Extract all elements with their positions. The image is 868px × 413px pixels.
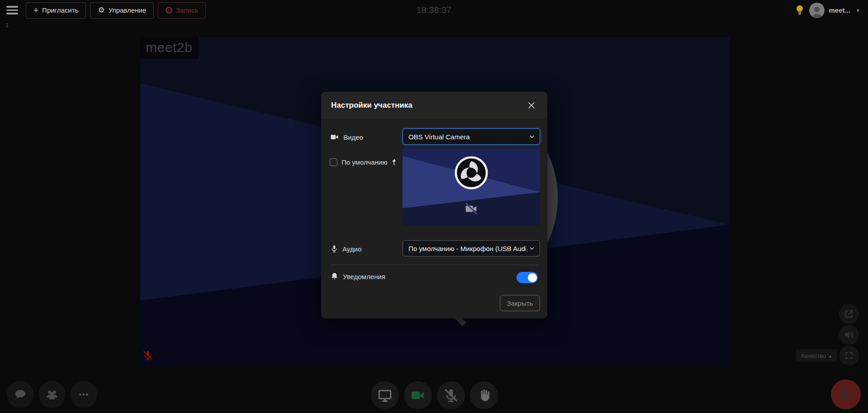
- video-camera-icon: [330, 133, 339, 142]
- default-device-label: По умолчанию: [342, 158, 387, 166]
- record-label: Запись: [176, 6, 198, 14]
- notifications-setting-label: Уведомления: [330, 272, 385, 281]
- close-dialog-button[interactable]: [526, 100, 537, 111]
- video-device-select[interactable]: OBS Virtual Camera: [403, 128, 540, 145]
- manage-label: Управление: [109, 6, 146, 14]
- gear-icon: ⚙: [98, 6, 104, 14]
- avatar[interactable]: [809, 3, 825, 18]
- user-name: meet...: [829, 6, 850, 14]
- chevron-down-icon: ▾: [854, 7, 862, 14]
- screen-share-icon: [377, 388, 393, 403]
- set-default-arrow-icon: [390, 158, 398, 166]
- tips-button[interactable]: [795, 4, 805, 17]
- divider: [330, 265, 538, 265]
- caret-up-icon: ▴: [829, 352, 832, 359]
- camera-on-icon: [410, 388, 426, 403]
- page-indicator: 1: [5, 22, 9, 28]
- chevron-down-icon: [528, 133, 536, 140]
- open-in-new-window-button[interactable]: [839, 304, 859, 324]
- ellipsis-icon: [77, 388, 90, 401]
- meeting-app: + Пригласить ⚙ Управление Запись 18:38:3…: [0, 0, 868, 413]
- main-menu-button[interactable]: [6, 4, 22, 17]
- participants-icon: [45, 387, 59, 402]
- participant-settings-dialog: Настройки участника Видео OBS Virtual Ca…: [321, 92, 547, 318]
- audio-setting-label: Аудио: [330, 244, 361, 253]
- user-menu-button[interactable]: ▾: [854, 4, 862, 17]
- record-button[interactable]: Запись: [158, 2, 206, 19]
- checkbox[interactable]: [330, 158, 337, 166]
- close-button[interactable]: Закрыть: [500, 295, 540, 311]
- raised-hand-icon: [477, 388, 491, 403]
- video-setting-label: Видео: [330, 133, 363, 142]
- plus-icon: +: [33, 6, 38, 14]
- speaker-volume-button[interactable]: [839, 325, 859, 345]
- chat-icon: [14, 388, 27, 401]
- dialog-title: Настройки участника: [331, 101, 413, 110]
- audio-device-value: По умолчанию - Микрофон (USB Audio Devic…: [408, 245, 526, 252]
- microphone-icon: [330, 244, 338, 253]
- invite-button[interactable]: + Пригласить: [26, 2, 86, 19]
- quality-label: Качество: [801, 352, 826, 359]
- dialog-header: Настройки участника: [321, 92, 547, 119]
- obs-logo-icon: [454, 156, 489, 190]
- camera-off-icon: [465, 202, 478, 215]
- participant-name-badge: meet2b: [140, 37, 199, 59]
- video-device-value: OBS Virtual Camera: [408, 133, 470, 141]
- bell-icon: [330, 272, 339, 281]
- speaker-icon: [844, 329, 854, 340]
- mic-muted-indicator-icon: [142, 350, 153, 363]
- exit-door-icon: [838, 387, 854, 402]
- record-icon: [166, 7, 172, 14]
- camera-preview: [403, 148, 540, 225]
- chat-button[interactable]: [7, 381, 34, 408]
- top-bar: + Пригласить ⚙ Управление Запись 18:38:3…: [0, 0, 868, 20]
- share-screen-button[interactable]: [371, 381, 399, 409]
- chevron-down-icon: [528, 245, 536, 252]
- audio-device-select[interactable]: По умолчанию - Микрофон (USB Audio Devic…: [403, 240, 540, 256]
- more-options-button[interactable]: [70, 381, 97, 408]
- notifications-toggle[interactable]: [517, 272, 538, 283]
- default-device-checkbox-row[interactable]: По умолчанию: [330, 158, 398, 166]
- camera-toggle-button[interactable]: [404, 381, 432, 409]
- raise-hand-button[interactable]: [470, 381, 498, 409]
- quality-button[interactable]: Качество ▴: [796, 349, 837, 362]
- mic-toggle-button[interactable]: [437, 381, 465, 409]
- person-icon: [809, 4, 825, 18]
- lightbulb-icon: [795, 5, 804, 16]
- manage-button[interactable]: ⚙ Управление: [90, 2, 154, 19]
- fullscreen-icon: [844, 351, 854, 360]
- leave-meeting-button[interactable]: [831, 380, 861, 409]
- fullscreen-button[interactable]: [839, 346, 859, 366]
- invite-label: Пригласить: [42, 6, 78, 14]
- participants-button[interactable]: [38, 381, 66, 408]
- toggle-knob: [528, 273, 537, 282]
- external-link-icon: [844, 309, 854, 319]
- mic-muted-icon: [443, 388, 459, 403]
- close-icon: [526, 100, 536, 110]
- hamburger-icon: [6, 6, 18, 8]
